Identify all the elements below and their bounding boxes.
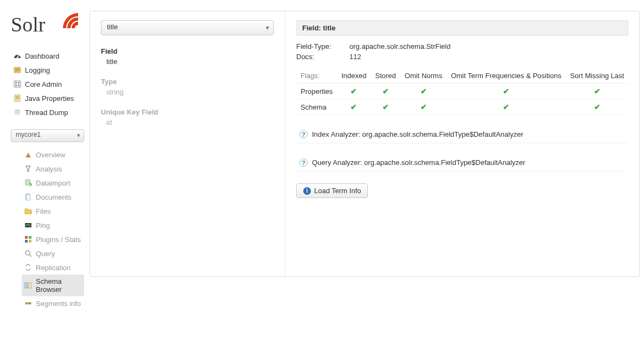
subnav-item-label: Ping (36, 221, 50, 230)
schema-browser-icon (24, 281, 33, 290)
plugins-icon (24, 235, 33, 244)
ukf-value: id (101, 118, 274, 126)
logging-icon (13, 66, 22, 74)
dataimport-icon (24, 179, 33, 187)
subnav-item-dataimport[interactable]: Dataimport (22, 176, 84, 190)
flag-cell: ✔ (447, 99, 566, 115)
core-selector[interactable]: mycore1 (11, 129, 84, 142)
subnav-item-label: Overview (36, 151, 65, 159)
flag-col-header: Omit Norms (400, 68, 447, 84)
nav-item-java-properties[interactable]: Java Properties (11, 91, 84, 105)
query-icon (24, 249, 33, 258)
content: title Field title Type string Unique Key… (90, 0, 644, 316)
flag-col-header: Omit Term Frequencies & Positions (447, 68, 566, 84)
flag-row-label: Schema (296, 99, 337, 115)
subnav-item-label: Query (36, 250, 55, 258)
check-icon: ✔ (503, 103, 509, 111)
check-icon: ✔ (594, 87, 601, 95)
field-value: title (101, 58, 274, 66)
svg-rect-17 (28, 156, 29, 157)
java-properties-icon (13, 94, 22, 103)
nav-item-label: Logging (25, 66, 50, 74)
svg-rect-11 (18, 85, 20, 86)
index-analyzer-text: Index Analyzer: org.apache.solr.schema.F… (312, 130, 524, 138)
index-analyzer-row[interactable]: ? Index Analyzer: org.apache.solr.schema… (296, 126, 628, 143)
flag-col-header: Stored (371, 68, 400, 84)
flags-table: Flags:IndexedStoredOmit NormsOmit Term F… (296, 68, 628, 115)
flag-cell: ✔ (337, 84, 371, 99)
documents-icon (24, 193, 33, 201)
type-label: Type (101, 78, 274, 86)
flag-cell: ✔ (371, 84, 400, 99)
subnav-item-documents[interactable]: Documents (22, 190, 84, 204)
nav-item-label: Core Admin (25, 80, 62, 88)
check-icon: ✔ (420, 87, 427, 95)
subnav-item-files[interactable]: Files (22, 204, 84, 218)
subnav-item-label: Analysis (36, 165, 62, 173)
check-icon: ✔ (382, 103, 389, 111)
check-icon: ✔ (382, 87, 389, 95)
docs-value: 112 (349, 53, 361, 61)
field-type-value: org.apache.solr.schema.StrField (349, 42, 450, 50)
subnav-item-label: Documents (36, 193, 72, 201)
subnav-item-schema-browser[interactable]: Schema Browser (22, 275, 84, 296)
core-admin-icon (13, 80, 22, 88)
subnav-item-query[interactable]: Query (22, 246, 84, 260)
svg-rect-24 (25, 240, 28, 243)
subnav-item-analysis[interactable]: Analysis (22, 162, 84, 176)
flag-col-header: Sort Missing Last (566, 68, 629, 84)
load-term-info-label: Load Term Info (314, 187, 361, 195)
flag-row: Schema✔✔✔✔✔ (296, 99, 628, 115)
subnav-item-ping[interactable]: Ping (22, 218, 84, 232)
flag-cell: ✔ (337, 99, 371, 115)
svg-rect-28 (25, 283, 28, 288)
field-type-label: Field-Type: (296, 42, 349, 50)
subnav-item-label: Dataimport (36, 179, 71, 187)
flag-row: Properties✔✔✔✔✔ (296, 84, 628, 99)
query-analyzer-text: Query Analyzer: org.apache.solr.schema.F… (312, 158, 525, 167)
nav-item-thread-dump[interactable]: Thread Dump (11, 105, 84, 119)
segments-icon (24, 299, 33, 308)
sidebar: Solr DashboardLoggingCore AdminJava Prop… (0, 0, 90, 316)
svg-rect-29 (29, 283, 31, 288)
analysis-icon (24, 164, 33, 173)
help-icon: ? (299, 158, 308, 167)
svg-rect-7 (14, 81, 21, 87)
check-icon: ✔ (503, 87, 509, 95)
load-term-info-button[interactable]: i Load Term Info (296, 183, 368, 198)
svg-rect-22 (25, 236, 28, 239)
svg-rect-18 (25, 180, 30, 185)
svg-rect-25 (29, 240, 31, 243)
svg-line-27 (29, 254, 31, 257)
schema-right-panel: Field: title Field-Type: org.apache.solr… (285, 11, 639, 276)
flag-cell: ✔ (371, 99, 400, 115)
main-nav: DashboardLoggingCore AdminJava Propertie… (11, 49, 84, 119)
subnav-item-replication[interactable]: Replication (22, 260, 84, 275)
nav-item-label: Dashboard (25, 52, 60, 60)
nav-item-label: Java Properties (25, 94, 74, 103)
svg-text:Solr: Solr (11, 13, 46, 36)
svg-rect-9 (18, 82, 20, 84)
field-label: Field (101, 47, 274, 55)
svg-rect-12 (15, 95, 20, 101)
svg-rect-20 (27, 195, 30, 200)
nav-item-label: Thread Dump (25, 109, 68, 117)
schema-left-panel: title Field title Type string Unique Key… (90, 11, 285, 276)
field-select[interactable]: title (101, 20, 274, 35)
subnav-item-segments-info[interactable]: Segments info (22, 296, 84, 310)
help-icon: ? (299, 130, 308, 138)
query-analyzer-row[interactable]: ? Query Analyzer: org.apache.solr.schema… (296, 154, 628, 171)
subnav-item-overview[interactable]: Overview (22, 148, 84, 162)
subnav-item-plugins-stats[interactable]: Plugins / Stats (22, 232, 84, 246)
nav-item-core-admin[interactable]: Core Admin (11, 77, 84, 91)
flag-cell: ✔ (400, 84, 447, 99)
type-value: string (101, 88, 274, 96)
nav-item-logging[interactable]: Logging (11, 63, 84, 77)
files-icon (24, 207, 33, 215)
subnav-item-label: Files (36, 207, 50, 215)
ping-icon (24, 221, 33, 230)
flag-row-label: Properties (296, 84, 337, 99)
svg-point-26 (25, 251, 30, 255)
nav-item-dashboard[interactable]: Dashboard (11, 49, 84, 63)
field-select-value: title (107, 23, 118, 31)
